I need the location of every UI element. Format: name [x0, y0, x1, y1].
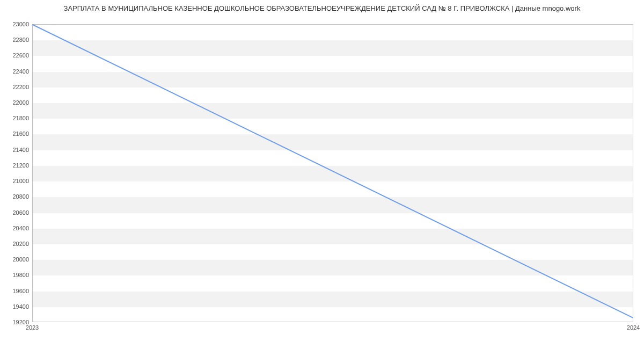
y-tick-label: 21600	[2, 130, 29, 137]
y-tick-label: 22600	[2, 52, 29, 59]
y-tick-label: 22800	[2, 37, 29, 43]
y-tick-label: 22200	[2, 84, 29, 90]
y-tick-label: 20600	[2, 209, 29, 216]
y-tick-label: 21200	[2, 162, 29, 169]
y-tick-label: 21000	[2, 178, 29, 184]
chart-container: ЗАРПЛАТА В МУНИЦИПАЛЬНОЕ КАЗЕННОЕ ДОШКОЛ…	[0, 0, 644, 349]
y-tick-label: 21400	[2, 147, 29, 153]
y-tick-label: 22400	[2, 68, 29, 75]
y-tick-label: 22000	[2, 99, 29, 106]
y-tick-label: 19800	[2, 272, 29, 278]
chart-title: ЗАРПЛАТА В МУНИЦИПАЛЬНОЕ КАЗЕННОЕ ДОШКОЛ…	[0, 4, 644, 12]
series-line	[33, 25, 633, 318]
plot-area	[32, 24, 633, 322]
y-tick-label: 20800	[2, 193, 29, 200]
y-tick-label: 21800	[2, 115, 29, 121]
y-tick-label: 19600	[2, 288, 29, 294]
y-tick-label: 23000	[2, 21, 29, 27]
x-tick-label: 2024	[627, 324, 640, 331]
y-tick-label: 20200	[2, 241, 29, 247]
y-tick-label: 20000	[2, 256, 29, 263]
y-tick-label: 19400	[2, 303, 29, 310]
y-tick-label: 19200	[2, 319, 29, 325]
x-tick-label: 2023	[26, 324, 39, 331]
chart-line-layer	[33, 25, 633, 322]
y-tick-label: 20400	[2, 225, 29, 231]
